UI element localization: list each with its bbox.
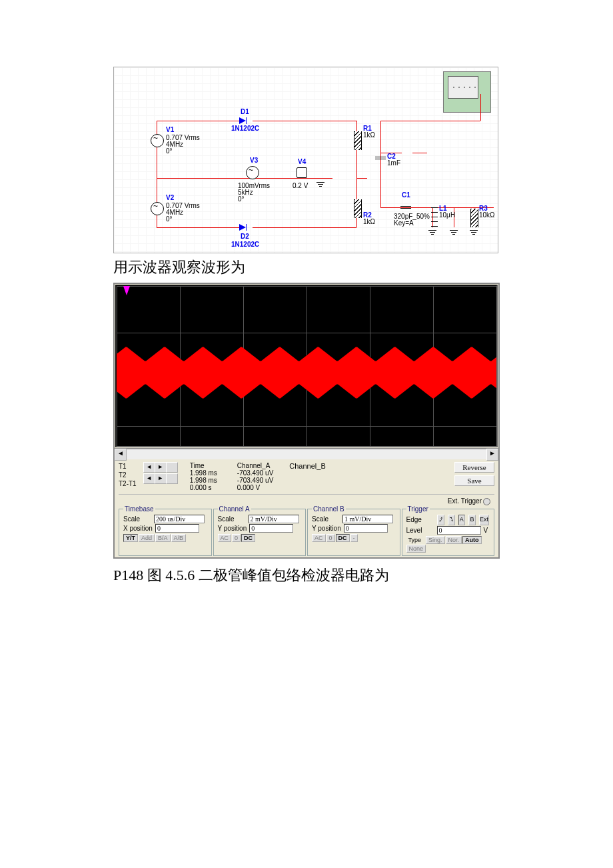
timebase-scale-label: Scale xyxy=(123,515,151,523)
val-r2: 1kΩ xyxy=(363,218,375,225)
scope-screen xyxy=(115,285,498,447)
chb-scale-input[interactable] xyxy=(342,515,393,523)
scroll-left-icon[interactable]: ◄ xyxy=(115,449,127,461)
circuit-schematic: Ext Trig D1 1N1202C D2 1N1202C xyxy=(113,67,498,253)
ref-v1: V1 xyxy=(166,126,174,133)
channel-b-header: Channel_B xyxy=(289,462,325,470)
resistor-r2 xyxy=(354,199,362,218)
cha-scale-input[interactable] xyxy=(249,515,299,523)
ground-icon xyxy=(450,230,458,235)
resistor-r1 xyxy=(354,131,362,150)
chb-scale-label: Scale xyxy=(312,515,340,523)
reverse-button[interactable]: Reverse xyxy=(454,462,494,473)
ext-trigger-label: Ext. Trigger xyxy=(119,497,494,505)
caption-1: 用示波器观察波形为 xyxy=(113,257,500,277)
caption-2: P148 图 4.5.6 二极管峰值包络检波器电路为 xyxy=(113,565,500,585)
val-r1: 1kΩ xyxy=(363,131,375,139)
cursor-t1-left-button[interactable]: ◄ xyxy=(143,462,155,473)
trigger-level-unit: V xyxy=(484,527,488,534)
waveform-trace xyxy=(117,339,498,406)
ground-icon xyxy=(470,230,478,235)
edge-rising-icon[interactable]: ⭜ xyxy=(437,515,444,525)
trigger-src-a-button[interactable]: A xyxy=(458,515,466,525)
ext-trigger-lamp-icon xyxy=(483,498,490,505)
capacitor-c2 xyxy=(375,157,386,161)
edge-falling-icon[interactable]: ⭝ xyxy=(448,515,455,525)
ground-icon xyxy=(428,230,436,235)
timebase-legend: Timebase xyxy=(123,505,155,513)
cursor-t2-left-button[interactable]: ◄ xyxy=(143,473,155,484)
timebase-xpos-input[interactable] xyxy=(155,524,199,533)
measurement-readout: Time 1.998 ms 1.998 ms 0.000 s Channel_A… xyxy=(190,462,274,491)
diode-d2 xyxy=(239,224,246,231)
timebase-xpos-label: X position xyxy=(123,525,153,532)
key-c1: Key=A xyxy=(394,219,414,227)
cursor-labels: T1 T2 T2-T1 xyxy=(119,462,137,488)
trigger-legend: Trigger xyxy=(406,505,430,513)
val-v4: 0.2 V xyxy=(293,182,308,189)
trigger-src-b-button[interactable]: B xyxy=(468,515,476,525)
inductor-l1 xyxy=(431,207,438,227)
val-v2-3: 0° xyxy=(166,215,173,223)
source-v2 xyxy=(151,202,164,215)
val-v1-3: 0° xyxy=(166,147,173,155)
trigger-src-ext-button[interactable]: Ext xyxy=(479,515,489,525)
timebase-mode-buttons[interactable]: Y/TAddB/AA/B xyxy=(123,533,207,542)
trigger-level-label: Level xyxy=(406,527,434,534)
cha-ypos-label: Y position xyxy=(218,525,247,532)
source-v3 xyxy=(246,166,259,179)
ref-d2: D2 xyxy=(241,233,249,240)
resistor-r3 xyxy=(470,209,478,227)
val-r3: 10kΩ xyxy=(479,211,495,219)
trigger-type-buttons[interactable]: Type Sing.Nor.AutoNone xyxy=(406,535,490,553)
ch-a-legend: Channel A xyxy=(218,505,251,513)
ref-c1: C1 xyxy=(402,191,410,199)
oscilloscope-icon: Ext Trig xyxy=(443,71,491,113)
svg-marker-0 xyxy=(123,286,130,295)
source-v4 xyxy=(297,167,307,178)
val-c2: 1mF xyxy=(387,159,400,167)
cha-scale-label: Scale xyxy=(218,515,246,523)
save-button[interactable]: Save xyxy=(454,475,494,486)
ground-icon xyxy=(316,182,324,187)
timebase-scale-input[interactable] xyxy=(154,515,205,523)
chb-ypos-input[interactable] xyxy=(344,524,388,533)
ref-v3: V3 xyxy=(250,157,258,164)
trigger-level-input[interactable] xyxy=(437,526,481,535)
part-d1: 1N1202C xyxy=(231,125,259,132)
source-v1 xyxy=(151,134,164,147)
timebase-group: Timebase Scale X position Y/TAddB/AA/B xyxy=(119,505,212,556)
cursor-marker-icon[interactable] xyxy=(123,286,130,295)
ref-v2: V2 xyxy=(166,194,174,201)
trigger-group: Trigger Edge ⭜ ⭝ A B Ext Level V xyxy=(402,505,495,556)
channel-a-group: Channel A Scale Y position AC0DC xyxy=(213,505,306,556)
ch-b-legend: Channel B xyxy=(312,505,346,513)
part-d2: 1N1202C xyxy=(231,241,259,248)
ref-v4: V4 xyxy=(298,158,306,165)
chb-coupling-buttons[interactable]: AC0DC- xyxy=(312,533,396,542)
oscilloscope-window: ◄ ► T1 T2 T2-T1 ◄► ◄► Time 1.998 ms xyxy=(113,283,500,559)
channel-b-group: Channel B Scale Y position AC0DC- xyxy=(307,505,400,556)
val-v3-3: 0° xyxy=(238,195,245,203)
capacitor-c1 xyxy=(400,206,411,210)
horizontal-scrollbar[interactable]: ◄ ► xyxy=(115,448,498,459)
chb-ypos-label: Y position xyxy=(312,525,341,532)
scroll-right-icon[interactable]: ► xyxy=(486,449,498,461)
ref-d1: D1 xyxy=(241,108,249,115)
cursor-t1-right-button[interactable]: ► xyxy=(155,462,167,473)
cha-coupling-buttons[interactable]: AC0DC xyxy=(218,533,302,542)
cha-ypos-input[interactable] xyxy=(249,524,293,533)
diode-d1 xyxy=(239,117,246,124)
val-l1: 10μH xyxy=(439,211,455,219)
trigger-edge-label: Edge xyxy=(406,516,434,523)
cursor-t2-right-button[interactable]: ► xyxy=(155,473,167,484)
